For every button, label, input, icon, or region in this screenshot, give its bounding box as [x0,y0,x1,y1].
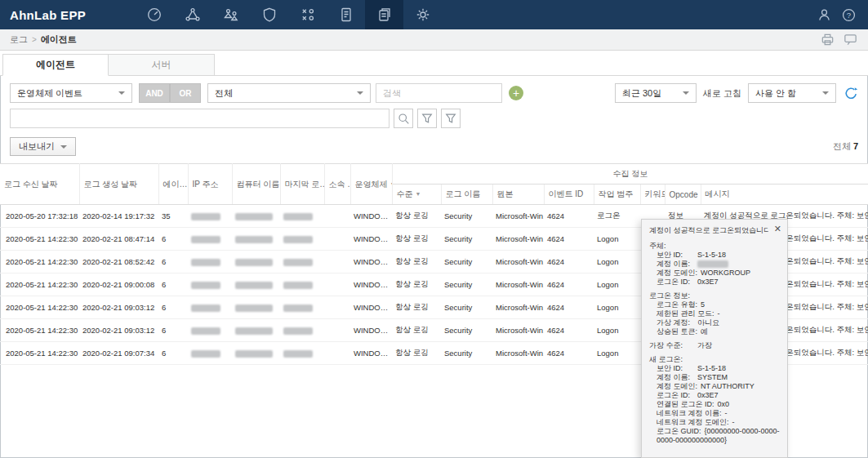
add-condition-button[interactable]: + [509,86,523,100]
popup-field: 계정 도메인:NT AUTHORITY [649,382,780,391]
filter-funnel-icon [421,112,434,125]
popup-field-label: 계정 도메인: [657,382,701,391]
nav-account[interactable] [814,0,834,29]
print-icon[interactable] [820,32,835,47]
keyword-search-input[interactable] [376,83,502,103]
table-cell: Microsoft-Win… [492,296,544,319]
nav-security-policy[interactable] [250,0,288,29]
popup-field-label: 계정 이름: [657,373,697,382]
table-cell [232,273,280,296]
report-document-icon [338,7,354,23]
popup-field-label: 제한된 관리 모드: [657,309,718,318]
table-cell: Microsoft-Win… [492,228,544,251]
gear-icon [415,7,431,23]
popup-field: 로그온 유형:5 [649,300,780,309]
table-cell: 6 [158,342,188,365]
col-group[interactable]: 소속 … [324,164,350,205]
refresh-button[interactable] [844,87,858,100]
nav-logs[interactable] [365,0,403,29]
nav-settings[interactable] [403,0,442,29]
col-opcode[interactable]: Opcode [665,185,701,205]
col-log-created[interactable]: 로그 생성 날짜 [79,164,158,205]
auto-refresh-select[interactable]: 사용 안 함 [748,83,836,103]
table-cell: 항상 로깅 [392,251,441,273]
nav-dashboard[interactable] [135,0,173,29]
filter-right-group: 최근 30일 새로 고침 사용 안 함 [615,83,858,103]
nav-quarantine[interactable] [288,0,327,29]
filter-query-input[interactable] [10,109,389,128]
redacted-value [235,350,273,358]
popup-field-label: 보안 ID: [657,251,697,260]
tab-bar: 에이전트 서버 [0,51,868,76]
popup-field: 제한된 관리 모드:- [649,309,780,318]
popup-field-value: 0x3E7 [697,391,719,399]
table-cell [188,205,232,228]
col-last-logon[interactable]: 마지막 로… [280,164,324,205]
saved-filter-button[interactable] [417,109,437,128]
col-os[interactable]: 운영체제▼ [350,164,392,205]
chevron-down-icon [60,145,67,149]
help-icon: ? [841,7,857,23]
col-agent[interactable]: 에이… [158,164,188,205]
col-keyword[interactable]: 키워드 [640,185,665,205]
table-cell: 2020-05-21 14:22:30 [0,296,79,319]
col-level[interactable]: 수준▼ [392,185,441,205]
table-cell: 로그온 [594,205,640,228]
popup-field-value: - [732,418,735,426]
table-cell: Security [441,205,492,228]
redacted-value [235,213,273,220]
feedback-icon[interactable] [843,32,858,47]
col-message[interactable]: 메시지 [701,185,868,205]
redacted-value [191,350,220,358]
table-cell: 항상 로깅 [392,319,441,342]
col-computer[interactable]: 컴퓨터 이름 [232,164,280,205]
table-cell: 2020-02-21 08:47:14 [79,228,158,251]
event-type-select[interactable]: 운영체제 이벤트 [10,83,132,103]
table-cell: WINDO… [350,273,392,296]
table-cell: Logon [594,273,640,296]
search-icon [397,112,411,126]
and-button[interactable]: AND [139,83,170,103]
table-cell [188,228,232,251]
nav-help[interactable]: ? [839,0,858,29]
col-event-id[interactable]: 이벤트 ID [544,185,594,205]
export-button[interactable]: 내보내기 [10,137,76,156]
or-button[interactable]: OR [170,83,201,103]
popup-field-value: 가장 [697,341,712,349]
table-cell [324,342,350,365]
tab-server[interactable]: 서버 [109,54,215,76]
popup-field-label: 로그온 ID: [657,278,697,287]
redacted-value [283,259,313,266]
popup-title: 계정이 성공적으로 로그온되었습니다. [649,226,768,235]
breadcrumb-root[interactable]: 로그 [10,33,28,46]
chevron-down-icon [118,91,125,95]
period-select[interactable]: 최근 30일 [615,83,697,103]
table-cell: 4624 [544,251,594,273]
table-cell [232,228,280,251]
close-icon[interactable]: ✕ [774,224,781,234]
table-cell [324,228,350,251]
popup-field: 계정 이름:SYSTEM [649,373,780,382]
xo-grid-icon [300,7,316,23]
col-log-name[interactable]: 로그 이름 [441,185,492,205]
redacted-value [191,259,220,266]
col-group-collect: 수집 정보 [392,164,868,185]
col-ip[interactable]: IP 주소 [188,164,232,205]
tab-agent[interactable]: 에이전트 [2,54,109,76]
col-category[interactable]: 작업 범주 [594,185,640,205]
redacted-value [697,260,728,268]
filter-reset-button[interactable] [441,109,461,128]
popup-field-value: 0x0 [718,400,730,408]
table-cell: Security [441,251,492,273]
field-select[interactable]: 전체 [207,83,371,103]
table-cell: WINDO… [350,205,392,228]
col-log-received[interactable]: 로그 수신 날짜 [0,164,79,205]
search-button[interactable] [394,109,413,128]
table-cell: Microsoft-Win… [492,251,544,273]
col-source[interactable]: 원본 [492,185,544,205]
table-cell: Microsoft-Win… [492,342,544,365]
nav-report[interactable] [327,0,365,29]
popup-field: 보안 ID:S-1-5-18 [649,251,780,260]
nav-organization[interactable] [211,0,250,29]
nav-threat-status[interactable] [173,0,211,29]
